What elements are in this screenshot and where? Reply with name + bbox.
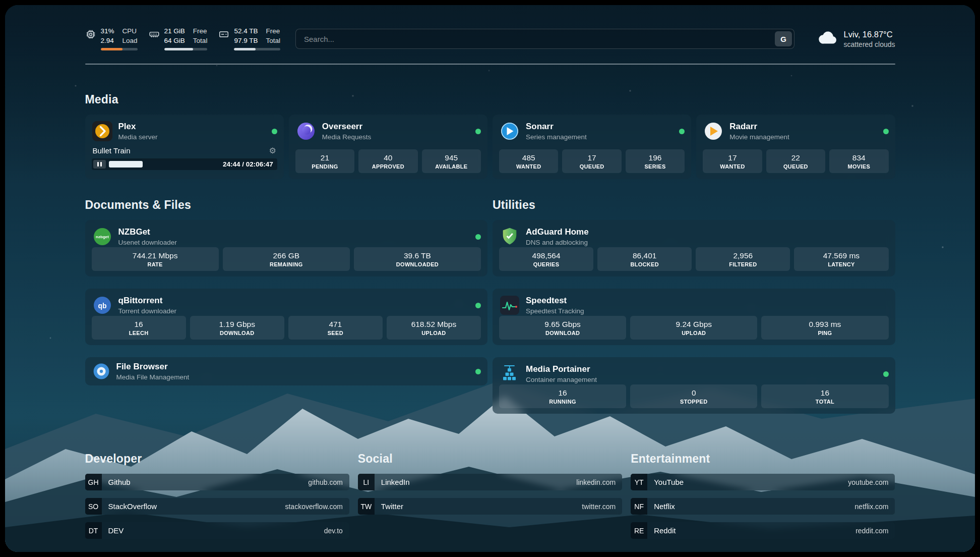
service-card-filebrowser[interactable]: File Browser Media File Management bbox=[85, 357, 488, 385]
service-card-overseerr[interactable]: Overseerr Media Requests 21 PENDING 40 A… bbox=[289, 115, 487, 179]
stat-label: REMAINING bbox=[270, 261, 303, 267]
stat-label: UPLOAD bbox=[682, 330, 706, 336]
bookmark-abbr: TW bbox=[358, 498, 375, 515]
service-name: qBittorrent bbox=[118, 296, 177, 306]
section-title-media: Media bbox=[85, 93, 895, 106]
stat-total: 16 TOTAL bbox=[761, 384, 888, 408]
stat-available: 945 AVAILABLE bbox=[422, 149, 481, 173]
stat-label: BLOCKED bbox=[630, 261, 659, 267]
stat-value: 21 bbox=[321, 153, 329, 162]
section-title-developer: Developer bbox=[85, 452, 349, 466]
bookmark-linkedin[interactable]: LI LinkedIn linkedin.com bbox=[358, 474, 622, 490]
stat-value: 834 bbox=[852, 153, 866, 162]
stat-latency: 47.569 ms LATENCY bbox=[794, 247, 888, 271]
stat-value: 17 bbox=[588, 153, 596, 162]
stat-blocked: 86,401 BLOCKED bbox=[597, 247, 692, 271]
stat-label: RUNNING bbox=[549, 399, 576, 405]
stat-queries: 498,564 QUERIES bbox=[499, 247, 593, 271]
bookmark-url: reddit.com bbox=[855, 522, 895, 539]
section-title-entertainment: Entertainment bbox=[631, 452, 895, 466]
bookmark-youtube[interactable]: YT YouTube youtube.com bbox=[631, 474, 895, 490]
plex-icon bbox=[92, 121, 113, 142]
stat-value: 485 bbox=[522, 153, 535, 162]
status-dot bbox=[883, 371, 889, 377]
stat-value: 16 bbox=[134, 320, 143, 329]
stat-pending: 21 PENDING bbox=[295, 149, 354, 173]
bookmark-netflix[interactable]: NF Netflix netflix.com bbox=[631, 498, 895, 515]
dashboard-screen: 31% 2.94 CPU Load bbox=[5, 5, 975, 552]
stat-value: 196 bbox=[649, 153, 662, 162]
bookmark-abbr: GH bbox=[85, 474, 102, 490]
stat-label: MOVIES bbox=[848, 163, 871, 170]
section-title-social: Social bbox=[358, 452, 622, 466]
stat-queued: 17 QUEUED bbox=[562, 149, 621, 173]
ram-free-value: 21 GiB bbox=[164, 27, 185, 36]
ram-icon bbox=[149, 27, 160, 42]
bookmark-reddit[interactable]: RE Reddit reddit.com bbox=[631, 522, 895, 539]
stat-value: 471 bbox=[329, 320, 342, 329]
stat-wanted: 17 WANTED bbox=[703, 149, 762, 173]
stat-value: 498,564 bbox=[532, 251, 561, 260]
stat-value: 9.65 Gbps bbox=[544, 320, 581, 329]
disk-total-label: Total bbox=[266, 37, 280, 45]
search-input[interactable] bbox=[295, 29, 794, 49]
stat-series: 196 SERIES bbox=[626, 149, 685, 173]
stat-value: 16 bbox=[821, 388, 829, 398]
service-card-plex[interactable]: Plex Media server Bullet Train ⚙ 24:44 /… bbox=[85, 115, 284, 179]
bookmark-stackoverflow[interactable]: SO StackOverflow stackoverflow.com bbox=[85, 498, 349, 515]
bookmark-twitter[interactable]: TW Twitter twitter.com bbox=[358, 498, 622, 515]
stat-seed: 471 SEED bbox=[288, 316, 383, 340]
svg-text:qb: qb bbox=[98, 302, 106, 310]
stat-label: FILTERED bbox=[729, 261, 757, 267]
stat-rate: 744.21 Mbps RATE bbox=[92, 247, 219, 271]
stat-label: WANTED bbox=[516, 163, 541, 170]
stat-value: 945 bbox=[445, 153, 458, 162]
bookmark-group-developer: Developer GH Github github.com SO StackO… bbox=[85, 452, 349, 539]
stat-value: 0.993 ms bbox=[809, 320, 841, 329]
bookmark-dev[interactable]: DT DEV dev.to bbox=[85, 522, 349, 539]
bookmark-abbr: NF bbox=[631, 498, 647, 515]
stat-label: QUEUED bbox=[580, 163, 604, 170]
service-name: Speedtest bbox=[526, 296, 584, 306]
stat-value: 0 bbox=[692, 388, 696, 398]
search-engine-button[interactable]: G bbox=[775, 31, 792, 46]
pause-button[interactable] bbox=[93, 160, 106, 169]
service-card-qbittorrent[interactable]: qb qBittorrent Torrent downloader 16 LEE… bbox=[85, 289, 488, 345]
stat-ping: 0.993 ms PING bbox=[761, 316, 888, 340]
service-card-portainer[interactable]: Media Portainer Container management 16 … bbox=[493, 357, 895, 414]
section-utilities: Utilities AdGuard bbox=[493, 198, 895, 414]
bookmark-url: linkedin.com bbox=[576, 474, 622, 490]
stat-movies: 834 MOVIES bbox=[829, 149, 888, 173]
adguard-icon bbox=[499, 226, 520, 247]
service-card-radarr[interactable]: Radarr Movie management 17 WANTED 22 QUE… bbox=[696, 115, 895, 179]
service-card-sonarr[interactable]: Sonarr Series management 485 WANTED 17 Q… bbox=[493, 115, 691, 179]
stat-running: 16 RUNNING bbox=[499, 384, 626, 408]
service-subtitle: Media server bbox=[118, 133, 158, 141]
bookmark-github[interactable]: GH Github github.com bbox=[85, 474, 349, 490]
stat-downloaded: 39.6 TB DOWNLOADED bbox=[354, 247, 481, 271]
cpu-progress-bar bbox=[101, 48, 138, 50]
cpu-progress-fill bbox=[101, 48, 123, 50]
stat-label: LATENCY bbox=[828, 261, 854, 267]
disk-icon bbox=[218, 27, 229, 42]
stat-label: APPROVED bbox=[372, 163, 404, 170]
service-subtitle: Movie management bbox=[729, 133, 789, 141]
stat-value: 22 bbox=[791, 153, 800, 162]
service-name: Radarr bbox=[729, 122, 789, 132]
service-card-speedtest[interactable]: Speedtest Speedtest Tracking 9.65 Gbps D… bbox=[493, 289, 895, 345]
speedtest-icon bbox=[499, 295, 520, 316]
service-card-nzbget[interactable]: nzbget NZBGet Usenet downloader 744.21 M… bbox=[85, 220, 488, 276]
stat-label: PENDING bbox=[312, 163, 338, 170]
stat-value: 266 GB bbox=[273, 251, 299, 260]
cloud-icon bbox=[819, 31, 838, 47]
stat-download: 9.65 Gbps DOWNLOAD bbox=[499, 316, 626, 340]
bookmark-name: Netflix bbox=[647, 498, 675, 515]
weather-location-temp: Lviv, 16.87°C bbox=[844, 30, 895, 39]
stat-upload: 618.52 Mbps UPLOAD bbox=[387, 316, 481, 340]
svg-text:nzbget: nzbget bbox=[96, 235, 109, 239]
stat-queued: 22 QUEUED bbox=[766, 149, 825, 173]
service-card-adguard[interactable]: AdGuard Home DNS and adblocking 498,564 … bbox=[493, 220, 895, 276]
service-name: Media Portainer bbox=[526, 364, 597, 374]
gear-icon[interactable]: ⚙ bbox=[269, 147, 276, 155]
section-documents-files: Documents & Files nzbget NZBGet Usenet d bbox=[85, 198, 488, 385]
